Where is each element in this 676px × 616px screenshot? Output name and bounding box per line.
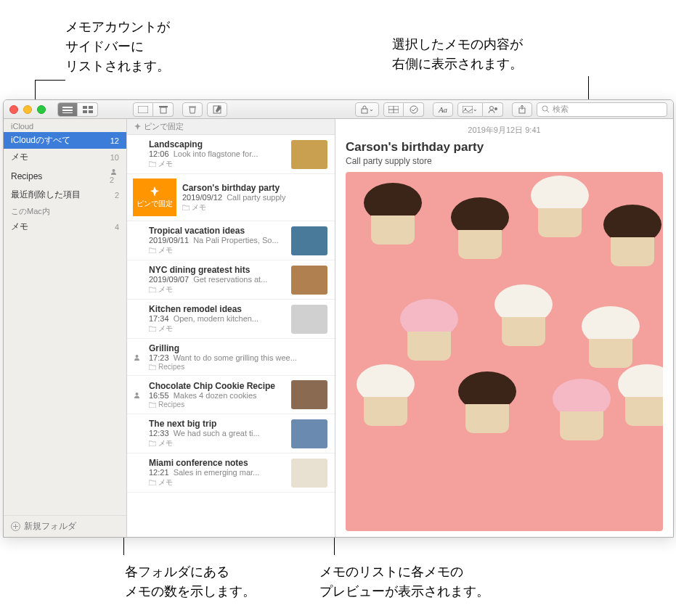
media-button[interactable]: ⌄ [457, 102, 483, 117]
note-thumbnail [291, 226, 327, 255]
note-thumbnail [291, 419, 327, 448]
svg-rect-9 [159, 106, 168, 107]
note-thumbnail [291, 459, 327, 488]
search-placeholder: 検索 [553, 104, 569, 115]
svg-point-15 [410, 106, 418, 113]
svg-point-18 [489, 106, 493, 110]
checklist-button[interactable] [404, 102, 424, 117]
note-thumbnail [291, 266, 327, 295]
pinned-section-header: ピンで固定 [127, 119, 335, 135]
plus-circle-icon [11, 522, 20, 531]
note-row[interactable]: Miami conference notes12:21 Sales in eme… [127, 453, 335, 493]
note-row[interactable]: NYC dining greatest hits2019/09/07 Get r… [127, 260, 335, 300]
svg-rect-0 [62, 107, 73, 108]
lock-button[interactable]: ⌄ [355, 102, 379, 117]
sidebar-item[interactable]: iCloudのすべて12 [4, 132, 126, 149]
note-row-preview: 12:06 Look into flagstone for... [149, 149, 285, 158]
svg-point-27 [136, 355, 139, 358]
callout-bottom-right: メモのリストに各メモの プレビューが表示されます。 [319, 562, 489, 601]
note-row[interactable]: Landscaping12:06 Look into flagstone for… [127, 135, 335, 174]
note-row[interactable]: ピンで固定Carson's birthday party2019/09/12 C… [127, 174, 335, 221]
note-row-folder: メモ [149, 159, 285, 169]
note-row-preview: 2019/09/12 Call party supply [182, 193, 327, 202]
note-row-preview: 17:23 Want to do some grilling this wee.… [149, 353, 327, 362]
format-button[interactable]: Aa [433, 102, 453, 117]
callout-top-left: メモアカウントが サイドバーに リストされます。 [65, 17, 170, 76]
svg-rect-3 [83, 106, 87, 109]
titlebar: ⌄ Aa ⌄ 検索 [4, 100, 673, 119]
note-row-title: Carson's birthday party [182, 183, 327, 193]
note-row[interactable]: Chocolate Chip Cookie Recipe16:55 Makes … [127, 376, 335, 414]
sidebar-item[interactable]: 最近削除した項目2 [4, 186, 126, 203]
minimize-button[interactable] [23, 105, 32, 114]
note-row-title: Chocolate Chip Cookie Recipe [149, 381, 285, 391]
sidebar-item-count: 2 [115, 191, 119, 200]
new-note-button[interactable] [207, 102, 227, 117]
note-row[interactable]: Grilling17:23 Want to do some grilling t… [127, 339, 335, 376]
svg-rect-4 [89, 106, 93, 109]
svg-rect-8 [160, 107, 166, 113]
share-button[interactable] [512, 102, 532, 117]
note-thumbnail [291, 140, 327, 169]
svg-rect-5 [83, 110, 87, 113]
list-view-button[interactable] [57, 102, 78, 117]
sidebar-section-icloud: iCloud [4, 119, 126, 132]
note-image [346, 172, 663, 531]
gallery-view-button[interactable] [78, 102, 98, 117]
note-row-title: Grilling [149, 343, 327, 353]
note-row-folder: メモ [149, 438, 285, 448]
search-input[interactable]: 検索 [537, 102, 667, 117]
note-title: Carson's birthday party [346, 140, 663, 155]
note-row-title: Miami conference notes [149, 458, 285, 468]
note-row[interactable]: Kitchen remodel ideas17:34 Open, modern … [127, 300, 335, 339]
sidebar-section-mac: このMac内 [4, 203, 126, 218]
svg-point-21 [542, 106, 547, 111]
trash-button[interactable] [153, 102, 174, 117]
note-row[interactable]: The next big trip12:33 We had such a gre… [127, 414, 335, 453]
svg-rect-6 [89, 110, 93, 113]
svg-point-19 [494, 107, 497, 110]
note-row-folder: メモ [149, 284, 285, 295]
svg-rect-7 [138, 106, 148, 113]
note-thumbnail [291, 305, 327, 334]
sidebar-item-label: 最近削除した項目 [11, 189, 81, 201]
note-row-folder: メモ [149, 245, 285, 255]
note-list: ピンで固定 Landscaping12:06 Look into flagsto… [127, 119, 335, 537]
note-row-folder: メモ [182, 202, 327, 213]
note-row-preview: 2019/09/11 Na Pali Properties, So... [149, 236, 285, 245]
attachments-button[interactable] [133, 102, 153, 117]
table-button[interactable] [383, 102, 404, 117]
collaborate-button[interactable] [483, 102, 503, 117]
note-thumbnail [291, 380, 327, 409]
note-row[interactable]: Tropical vacation ideas2019/09/11 Na Pal… [127, 221, 335, 260]
zoom-button[interactable] [37, 105, 46, 114]
sidebar-item-label: iCloudのすべて [11, 134, 70, 147]
sidebar: iCloud iCloudのすべて12メモ10Recipes2最近削除した項目2… [4, 119, 127, 537]
svg-rect-2 [62, 112, 73, 113]
note-date: 2019年9月12日 9:41 [346, 125, 663, 136]
note-body[interactable]: Call party supply store [346, 156, 663, 166]
svg-rect-11 [362, 109, 367, 113]
note-detail: 2019年9月12日 9:41 Carson's birthday party … [335, 119, 673, 537]
note-row-preview: 2019/09/07 Get reservations at... [149, 275, 285, 284]
note-row-preview: 12:33 We had such a great ti... [149, 429, 285, 438]
note-row-title: The next big trip [149, 419, 285, 429]
shared-indicator [133, 391, 143, 399]
note-row-title: Landscaping [149, 139, 285, 149]
close-button[interactable] [9, 105, 18, 114]
note-row-folder: メモ [149, 324, 285, 334]
sidebar-item[interactable]: メモ10 [4, 149, 126, 165]
sidebar-item[interactable]: Recipes2 [4, 165, 126, 186]
note-row-folder: Recipes [149, 363, 327, 371]
callout-bottom-left: 各フォルダにある メモの数を示します。 [125, 562, 256, 601]
note-row-preview: 12:21 Sales in emerging mar... [149, 468, 285, 477]
delete-button[interactable] [182, 102, 203, 117]
sidebar-item[interactable]: メモ4 [4, 218, 126, 235]
window-controls [9, 105, 46, 114]
note-row-folder: Recipes [149, 401, 285, 408]
note-row-preview: 17:34 Open, modern kitchen... [149, 314, 285, 323]
new-folder-button[interactable]: 新規フォルダ [4, 515, 126, 537]
notes-window: ⌄ Aa ⌄ 検索 iCloud iCloudのすべて12メモ10Recipes… [3, 99, 674, 538]
note-row-title: NYC dining greatest hits [149, 265, 285, 275]
svg-line-22 [547, 110, 549, 112]
